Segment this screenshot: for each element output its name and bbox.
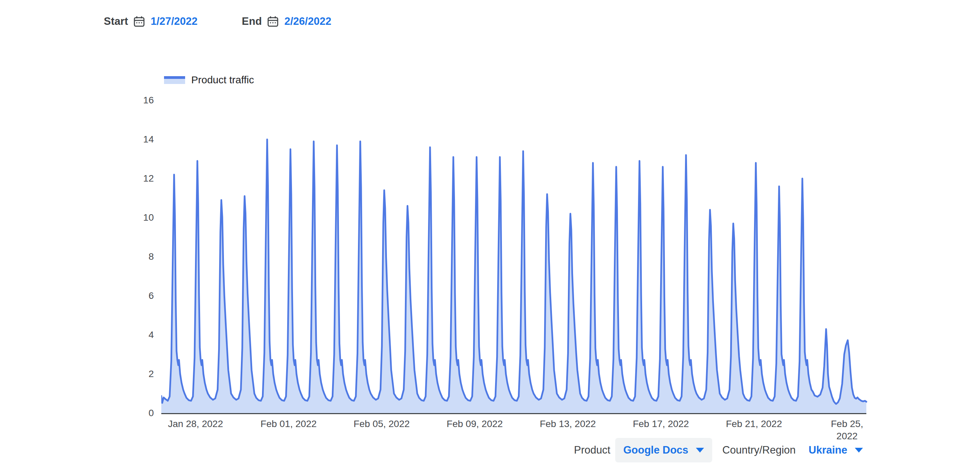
- start-label: Start: [104, 15, 128, 27]
- start-date-value[interactable]: 1/27/2022: [151, 15, 198, 27]
- start-calendar-button[interactable]: [133, 15, 145, 27]
- y-axis-label: 14: [123, 134, 154, 145]
- x-axis-label: Feb 21, 2022: [717, 418, 791, 430]
- date-range-controls: Start 1/27/2022 End 2/26/2022: [104, 15, 331, 27]
- end-calendar-button[interactable]: [267, 15, 279, 27]
- x-axis-label: Jan 28, 2022: [158, 418, 233, 430]
- y-axis-label: 16: [123, 95, 154, 106]
- region-select[interactable]: Ukraine: [800, 438, 871, 462]
- end-label: End: [242, 15, 262, 27]
- end-date-value[interactable]: 2/26/2022: [285, 15, 331, 27]
- chart-legend: Product traffic: [164, 74, 254, 86]
- legend-swatch-icon: [164, 76, 185, 84]
- product-value: Google Docs: [624, 444, 688, 456]
- x-axis-label: Feb 17, 2022: [624, 418, 698, 430]
- x-axis-label: Feb 13, 2022: [530, 418, 605, 430]
- y-axis-label: 10: [123, 212, 154, 223]
- calendar-icon: [133, 15, 145, 27]
- region-value: Ukraine: [808, 444, 847, 456]
- x-axis-label: Feb 09, 2022: [437, 418, 512, 430]
- calendar-icon: [267, 15, 279, 27]
- traffic-report-page: Start 1/27/2022 End 2/26/2022: [0, 0, 980, 476]
- product-label: Product: [574, 444, 611, 456]
- y-axis-label: 6: [123, 290, 154, 301]
- y-axis-label: 12: [123, 173, 154, 184]
- x-axis-label: Feb 05, 2022: [344, 418, 419, 430]
- legend-label: Product traffic: [191, 74, 254, 86]
- x-axis-label: Feb 01, 2022: [251, 418, 326, 430]
- y-axis-label: 8: [123, 251, 154, 262]
- chevron-down-icon: [696, 448, 704, 452]
- region-label: Country/Region: [722, 444, 795, 456]
- y-axis-label: 0: [123, 408, 154, 419]
- y-axis-label: 2: [123, 368, 154, 379]
- traffic-area-chart: [161, 95, 868, 415]
- filter-controls: Product Google Docs Country/Region Ukrai…: [574, 438, 871, 462]
- chevron-down-icon: [855, 448, 863, 452]
- product-select[interactable]: Google Docs: [615, 438, 712, 462]
- y-axis-label: 4: [123, 330, 154, 340]
